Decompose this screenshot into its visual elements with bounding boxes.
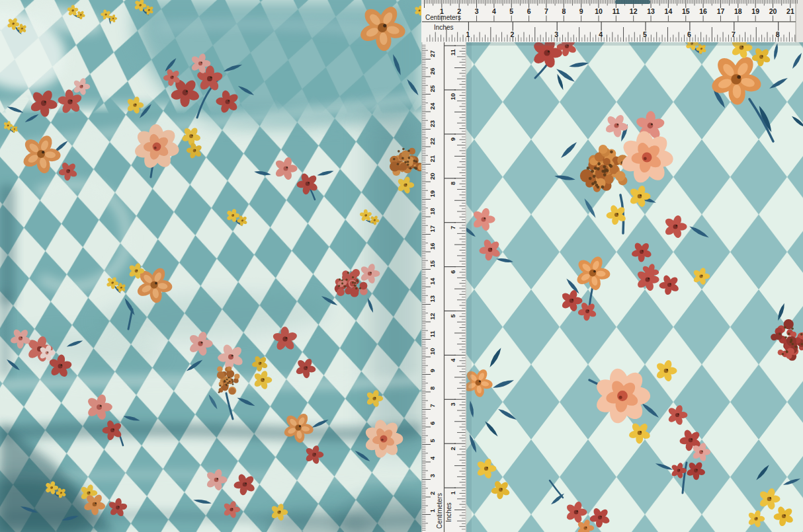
svg-text:1: 1	[466, 30, 470, 38]
svg-text:8: 8	[429, 387, 436, 390]
svg-text:7: 7	[429, 404, 436, 407]
svg-text:18: 18	[734, 7, 742, 15]
svg-text:11: 11	[613, 7, 620, 15]
svg-text:4: 4	[492, 7, 496, 15]
svg-text:6: 6	[429, 422, 436, 425]
svg-text:4: 4	[429, 456, 436, 460]
svg-text:1: 1	[449, 490, 456, 494]
svg-text:11: 11	[429, 330, 436, 338]
svg-text:13: 13	[429, 295, 436, 303]
svg-text:14: 14	[429, 278, 436, 285]
svg-text:Centimeters: Centimeters	[436, 493, 443, 529]
svg-text:9: 9	[429, 369, 436, 372]
svg-text:2: 2	[429, 492, 436, 495]
svg-text:Centimeters: Centimeters	[425, 14, 461, 21]
svg-text:5: 5	[643, 30, 647, 38]
svg-text:5: 5	[509, 7, 513, 15]
svg-text:4: 4	[449, 358, 456, 362]
svg-text:20: 20	[429, 172, 436, 180]
svg-text:21: 21	[429, 155, 436, 162]
svg-text:6: 6	[687, 30, 691, 38]
svg-text:4: 4	[599, 30, 603, 38]
svg-text:3: 3	[554, 30, 558, 38]
svg-text:1: 1	[429, 509, 436, 513]
svg-text:20: 20	[769, 7, 777, 15]
svg-text:10: 10	[449, 93, 456, 100]
svg-text:5: 5	[429, 439, 436, 443]
svg-text:17: 17	[717, 7, 725, 15]
svg-text:26: 26	[429, 67, 436, 75]
svg-text:Inches: Inches	[445, 503, 452, 522]
svg-text:12: 12	[429, 313, 436, 320]
svg-text:23: 23	[429, 120, 436, 128]
svg-text:2: 2	[449, 447, 456, 450]
svg-text:8: 8	[562, 7, 566, 15]
svg-text:6: 6	[527, 7, 531, 15]
svg-text:17: 17	[429, 225, 436, 233]
svg-text:13: 13	[647, 7, 655, 15]
svg-text:21: 21	[786, 7, 794, 15]
svg-text:11: 11	[449, 48, 456, 56]
svg-text:14: 14	[665, 7, 673, 15]
svg-text:5: 5	[449, 314, 456, 318]
svg-text:18: 18	[429, 208, 436, 215]
svg-text:3: 3	[475, 7, 479, 15]
svg-text:Inches: Inches	[434, 24, 453, 31]
svg-text:9: 9	[449, 137, 456, 141]
svg-text:16: 16	[699, 7, 707, 15]
svg-text:22: 22	[429, 137, 436, 145]
svg-text:25: 25	[429, 85, 436, 92]
svg-text:16: 16	[429, 243, 436, 250]
svg-text:10: 10	[429, 348, 436, 355]
svg-text:8: 8	[776, 30, 780, 38]
svg-text:2: 2	[510, 30, 514, 38]
svg-text:19: 19	[751, 7, 759, 15]
svg-text:19: 19	[429, 190, 436, 198]
svg-text:3: 3	[449, 402, 456, 406]
svg-text:7: 7	[544, 7, 548, 15]
svg-text:15: 15	[682, 7, 690, 15]
svg-text:10: 10	[595, 7, 603, 15]
svg-text:27: 27	[429, 50, 436, 57]
svg-text:8: 8	[449, 182, 456, 185]
svg-text:15: 15	[429, 260, 436, 267]
svg-text:7: 7	[732, 30, 736, 38]
svg-text:12: 12	[630, 7, 638, 15]
svg-text:9: 9	[579, 7, 583, 15]
svg-text:6: 6	[449, 270, 456, 274]
svg-text:24: 24	[429, 102, 436, 110]
svg-text:7: 7	[449, 226, 456, 229]
svg-text:3: 3	[429, 474, 436, 477]
